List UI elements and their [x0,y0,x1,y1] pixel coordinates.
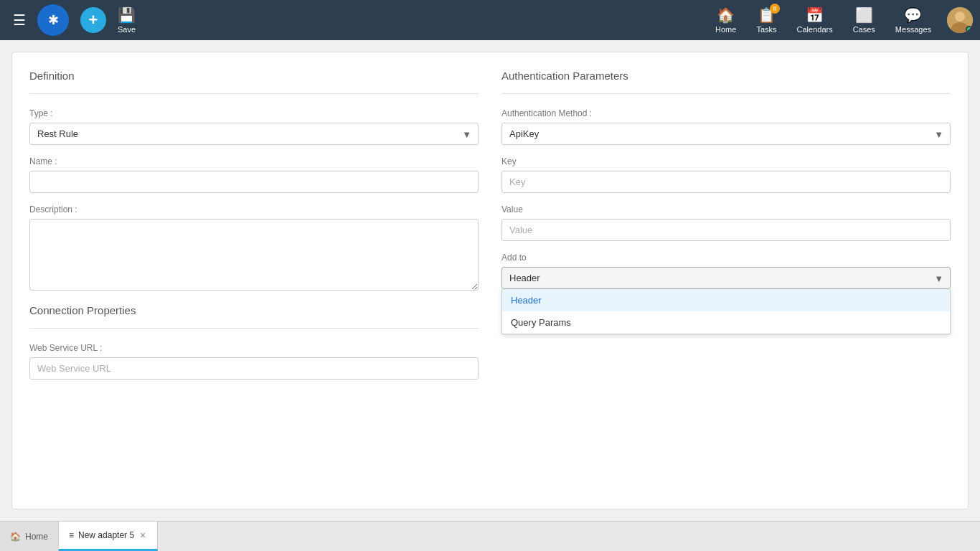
save-label: Save [118,25,136,34]
bottom-tabs: 🏠 Home ≡ New adapter 5 × [0,521,980,551]
auth-method-select[interactable]: ApiKey Basic OAuth None [501,123,951,145]
value-group: Value [501,204,951,241]
definition-section: Definition Type : Rest Rule SOAP Rule Sc… [29,70,479,293]
save-icon: 💾 [118,6,136,24]
navbar-left: ☰ ✱ + 💾 Save [7,4,141,37]
avatar[interactable] [947,7,973,33]
connection-section: Connection Properties Web Service URL : [29,304,479,380]
description-textarea[interactable] [29,219,479,291]
nav-cases-label: Cases [853,25,875,34]
web-service-url-input[interactable] [29,357,479,380]
name-label: Name : [29,156,479,166]
add-to-select[interactable]: Header Query Params [501,267,951,289]
connection-title: Connection Properties [29,304,479,316]
main-content: Definition Type : Rest Rule SOAP Rule Sc… [11,52,969,509]
key-input[interactable] [501,171,951,193]
logo-button[interactable]: ✱ [37,4,69,36]
nav-cases[interactable]: ⬜ Cases [849,4,880,37]
tab-close-button[interactable]: × [138,530,147,540]
nav-home[interactable]: 🏠 Home [711,4,740,37]
auth-method-label: Authentication Method : [501,108,951,118]
type-select[interactable]: Rest Rule SOAP Rule Script Rule [29,123,479,145]
home-icon: 🏠 [717,6,735,24]
value-label: Value [501,204,951,215]
dropdown-item-query-params[interactable]: Query Params [502,311,950,334]
logo-icon: ✱ [48,12,59,28]
svg-point-1 [955,11,965,22]
add-to-select-wrapper: Header Query Params ▼ Header Query Param… [501,267,951,289]
tab-home-icon: 🏠 [10,532,21,542]
nav-messages[interactable]: 💬 Messages [891,4,936,37]
auth-section: Authentication Parameters Authentication… [501,70,951,289]
right-column: Authentication Parameters Authentication… [501,70,951,391]
auth-method-select-wrapper: ApiKey Basic OAuth None ▼ [501,123,951,145]
add-to-group: Add to Header Query Params ▼ Header Quer… [501,253,951,289]
nav-calendars[interactable]: 📅 Calendars [793,4,837,37]
tab-home-label: Home [25,532,48,542]
add-to-dropdown-list: Header Query Params [501,289,951,334]
tab-home[interactable]: 🏠 Home [0,522,59,551]
type-label: Type : [29,108,479,118]
hamburger-icon: ☰ [13,12,26,28]
tasks-badge: 8 [770,4,780,14]
save-button[interactable]: 💾 Save [112,4,141,37]
plus-icon: + [89,11,98,29]
auth-method-group: Authentication Method : ApiKey Basic OAu… [501,108,951,145]
messages-icon: 💬 [904,6,922,24]
nav-tasks[interactable]: 📋 8 Tasks [752,4,781,37]
add-to-label: Add to [501,253,951,263]
tab-new-adapter-icon: ≡ [69,530,74,540]
nav-tasks-label: Tasks [756,25,776,34]
type-select-wrapper: Rest Rule SOAP Rule Script Rule ▼ [29,123,479,145]
nav-calendars-label: Calendars [797,25,833,34]
value-input[interactable] [501,219,951,241]
description-label: Description : [29,204,479,215]
web-service-url-label: Web Service URL : [29,343,479,353]
name-group: Name : [29,156,479,193]
navbar-right: 🏠 Home 📋 8 Tasks 📅 Calendars ⬜ Cases 💬 M… [711,4,973,37]
auth-title: Authentication Parameters [501,70,951,82]
tasks-icon: 📋 8 [758,6,776,24]
definition-title: Definition [29,70,479,82]
tab-new-adapter[interactable]: ≡ New adapter 5 × [59,522,158,551]
tab-new-adapter-label: New adapter 5 [78,530,134,540]
dropdown-item-header[interactable]: Header [502,289,950,311]
connection-divider [29,328,479,329]
left-column: Definition Type : Rest Rule SOAP Rule Sc… [29,70,479,391]
form-columns: Definition Type : Rest Rule SOAP Rule Sc… [29,70,951,391]
cases-icon: ⬜ [855,6,873,24]
auth-divider [501,93,951,94]
definition-divider [29,93,479,94]
hamburger-button[interactable]: ☰ [7,6,32,34]
key-group: Key [501,156,951,193]
web-service-url-group: Web Service URL : [29,343,479,380]
add-button[interactable]: + [80,7,106,33]
navbar: ☰ ✱ + 💾 Save 🏠 Home 📋 8 Tasks 📅 Calendar… [0,0,980,40]
online-indicator [966,26,973,33]
description-group: Description : [29,204,479,293]
type-group: Type : Rest Rule SOAP Rule Script Rule ▼ [29,108,479,145]
key-label: Key [501,156,951,166]
nav-messages-label: Messages [895,25,931,34]
calendars-icon: 📅 [806,6,824,24]
name-input[interactable] [29,171,479,193]
nav-home-label: Home [715,25,736,34]
